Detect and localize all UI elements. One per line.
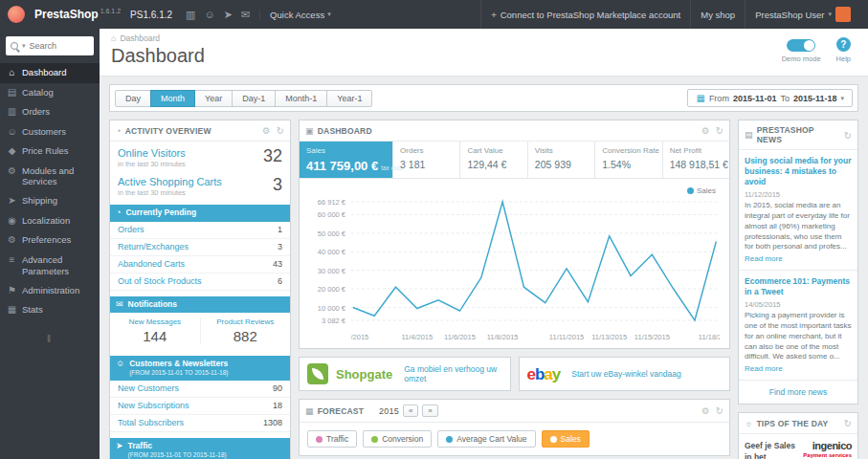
sidebar-item-localization[interactable]: ◉ Localization (0, 211, 100, 231)
kpi-cart-value[interactable]: Cart Value 129,44 € (460, 142, 527, 178)
new-subscriptions-link[interactable]: New Subscriptions (118, 401, 189, 410)
active-carts-metric: Active Shopping Carts in the last 30 min… (110, 170, 290, 199)
breadcrumb: ⌂ Dashboard (111, 33, 857, 43)
refresh-icon[interactable]: ↻ (716, 405, 723, 416)
customers-icon[interactable]: ☺ (204, 10, 214, 20)
sidebar-item-customers[interactable]: ☺ Customers (0, 122, 100, 142)
sidebar-item-preferences[interactable]: ⚙ Preferences (0, 230, 100, 251)
kpi-net-profit[interactable]: Net Profit 148 918,51 € (663, 142, 729, 178)
y-tick-label: 10 000 € (318, 303, 345, 312)
cart-icon[interactable]: ▥ (186, 10, 195, 20)
user-menu[interactable]: PrestaShop User ▾ (745, 0, 860, 29)
gear-icon[interactable]: ⚙ (701, 125, 710, 136)
total-subscribers-link[interactable]: Total Subscribers (118, 418, 184, 427)
sidebar-item-price-rules[interactable]: ◆ Price Rules (0, 142, 100, 162)
plug-icon: + (491, 10, 497, 20)
truck-icon: ➤ (7, 195, 17, 208)
x-tick-label: 11/13/2015 (591, 333, 627, 341)
y-tick-label: 60 000 € (318, 210, 345, 219)
news-article: Using social media for your business: 4 … (739, 150, 857, 271)
from-date: 2015-11-01 (733, 94, 777, 103)
sidebar-item-dashboard[interactable]: ⌂ Dashboard (0, 63, 100, 83)
filter-day-1-button[interactable]: Day-1 (232, 90, 276, 107)
new-messages-cell[interactable]: New Messages 144 (110, 317, 200, 344)
forecast-chip-traffic[interactable]: Traffic (307, 430, 357, 448)
product-reviews-cell[interactable]: Product Reviews 882 (200, 317, 291, 344)
ebay-promo[interactable]: ebay Start uw eBay-winkel vandaag (519, 357, 731, 391)
quick-access-menu[interactable]: Quick Access ▾ (259, 10, 331, 20)
news-date: 14/05/2015 (745, 300, 852, 309)
kpi-visits[interactable]: Visits 205 939 (528, 142, 595, 178)
gear-icon[interactable]: ⚙ (701, 405, 710, 416)
sidebar-collapse-button[interactable]: ‖ (0, 334, 100, 344)
sidebar-item-modules[interactable]: ⚙ Modules and Services (0, 162, 100, 192)
next-year-button[interactable]: » (422, 404, 437, 417)
sidebar-item-orders[interactable]: ▥ Orders (0, 102, 100, 122)
abandoned-carts-link[interactable]: Abandoned Carts (118, 259, 185, 269)
read-more-link[interactable]: Read more (745, 364, 783, 373)
refresh-icon[interactable]: ↻ (277, 125, 284, 136)
filter-month-button[interactable]: Month (150, 90, 195, 107)
sales-series-dot (550, 436, 557, 443)
news-headline-link[interactable]: Ecommerce 101: Payments in a Tweet (745, 276, 852, 297)
sidebar-item-advanced-parameters[interactable]: ≡ Advanced Parameters (0, 251, 100, 281)
marketplace-link[interactable]: + Connect to PrestaShop Marketplace acco… (480, 0, 690, 29)
sales-chart-svg (351, 188, 720, 332)
news-headline-link[interactable]: Using social media for your business: 4 … (745, 156, 852, 187)
online-visitors-sub: in the last 30 minutes (118, 160, 186, 168)
sidebar-item-label: Price Rules (22, 145, 69, 157)
kpi-conversion-rate[interactable]: Conversion Rate 1.54% (595, 142, 662, 178)
online-visitors-link[interactable]: Online Visitors (118, 147, 186, 159)
forecast-year-nav: 2015 « » (379, 404, 438, 417)
previous-year-button[interactable]: « (403, 404, 418, 417)
orders-link[interactable]: Orders (118, 225, 145, 234)
shopgate-link[interactable]: Ga mobiel en verhoog uw omzet (404, 364, 501, 383)
shopgate-promo[interactable]: Shopgate Ga mobiel en verhoog uw omzet (299, 357, 511, 391)
sidebar: ▾ ⌂ Dashboard ▤ Catalog ▥ Orders ☺ Custo… (0, 29, 100, 459)
demo-mode-toggle[interactable] (787, 39, 815, 52)
caret-down-icon[interactable]: ▾ (22, 42, 26, 50)
my-shop-link[interactable]: My shop (690, 0, 745, 29)
gear-icon[interactable]: ⚙ (262, 125, 271, 136)
stats-chart-icon: ▦ (7, 304, 17, 317)
demo-mode-control: Demo mode (782, 37, 821, 63)
active-carts-link[interactable]: Active Shopping Carts (118, 176, 222, 187)
y-tick-label: 20 000 € (318, 285, 345, 294)
sidebar-item-catalog[interactable]: ▤ Catalog (0, 83, 100, 103)
read-more-link[interactable]: Read more (745, 254, 783, 263)
returns-link[interactable]: Return/Exchanges (118, 242, 189, 251)
forecast-chip-conversion[interactable]: Conversion (363, 430, 432, 448)
refresh-icon[interactable]: ↻ (844, 130, 852, 141)
search-input[interactable] (30, 41, 89, 51)
traffic-series-dot (316, 436, 323, 443)
filter-month-1-button[interactable]: Month-1 (275, 90, 327, 107)
filter-day-button[interactable]: Day (115, 90, 151, 107)
help-label: Help (836, 55, 851, 63)
kpi-orders[interactable]: Orders 3 181 (393, 142, 460, 178)
filter-year-1-button[interactable]: Year-1 (326, 90, 372, 107)
sidebar-item-shipping[interactable]: ➤ Shipping (0, 191, 100, 211)
sales-chart: 3 082 €10 000 €20 000 €30 000 €40 000 €5… (300, 179, 729, 348)
y-tick-label: 40 000 € (318, 248, 345, 256)
kpi-sales[interactable]: Sales 411 759,00 €tax excl. (300, 142, 393, 178)
ebay-link[interactable]: Start uw eBay-winkel vandaag (571, 369, 680, 379)
prestashop-logo[interactable] (8, 6, 25, 23)
mail-icon[interactable]: ✉ (241, 10, 250, 20)
shop-name-link[interactable]: PS1.6.1.2 (130, 10, 172, 20)
filter-year-button[interactable]: Year (194, 90, 233, 107)
out-of-stock-link[interactable]: Out of Stock Products (118, 276, 202, 286)
forecast-chip-sales[interactable]: Sales (542, 430, 590, 448)
help-button[interactable]: ? (836, 37, 851, 52)
launch-icon[interactable]: ➤ (224, 10, 233, 20)
forecast-chip-average-cart-value[interactable]: Average Cart Value (437, 430, 535, 448)
refresh-icon[interactable]: ↻ (716, 125, 723, 136)
sidebar-item-administration[interactable]: ⚑ Administration (0, 281, 100, 301)
date-range-picker[interactable]: ▦ From 2015-11-01 To 2015-11-18 ▾ (687, 89, 853, 107)
sidebar-search[interactable]: ▾ (6, 36, 94, 55)
search-icon (11, 42, 18, 50)
refresh-icon[interactable]: ↻ (844, 418, 852, 428)
find-more-news-link[interactable]: Find more news (739, 381, 857, 404)
traffic-range: (FROM 2015-11-01 TO 2015-11-18) (128, 451, 227, 459)
new-customers-link[interactable]: New Customers (118, 383, 179, 393)
sidebar-item-stats[interactable]: ▦ Stats (0, 300, 100, 320)
